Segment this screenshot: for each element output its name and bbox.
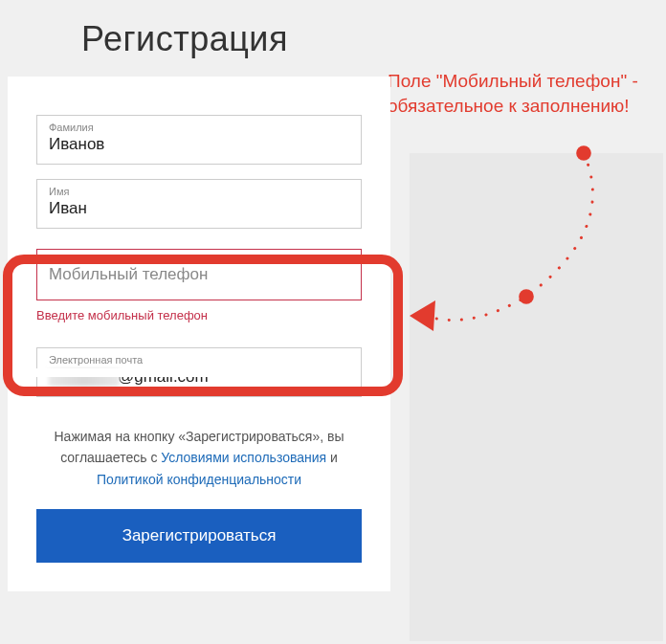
- terms-link-privacy[interactable]: Политикой конфиденциальности: [97, 472, 301, 487]
- annotation-text: Поле "Мобильный телефон" - обязательное …: [388, 69, 655, 118]
- phone-field[interactable]: Мобильный телефон: [36, 249, 362, 300]
- registration-form: Фамилия Имя Мобильный телефон Введите мо…: [8, 77, 390, 591]
- surname-input[interactable]: [49, 135, 349, 154]
- censored-bar: [32, 368, 242, 377]
- name-input[interactable]: [49, 199, 349, 218]
- terms-middle: и: [326, 450, 338, 465]
- phone-error: Введите мобильный телефон: [36, 308, 362, 322]
- surname-label: Фамилия: [49, 122, 349, 133]
- name-label: Имя: [49, 186, 349, 197]
- page-title: Регистрация: [81, 19, 288, 59]
- submit-button[interactable]: Зарегистрироваться: [36, 509, 362, 563]
- email-label: Электронная почта: [49, 354, 349, 366]
- phone-placeholder: Мобильный телефон: [49, 265, 208, 283]
- side-panel: [410, 153, 663, 641]
- terms-link-usage[interactable]: Условиями использования: [161, 450, 326, 465]
- terms-block: Нажимая на кнопку «Зарегистрироваться», …: [36, 426, 362, 490]
- name-field[interactable]: Имя: [36, 179, 362, 229]
- surname-field[interactable]: Фамилия: [36, 115, 362, 165]
